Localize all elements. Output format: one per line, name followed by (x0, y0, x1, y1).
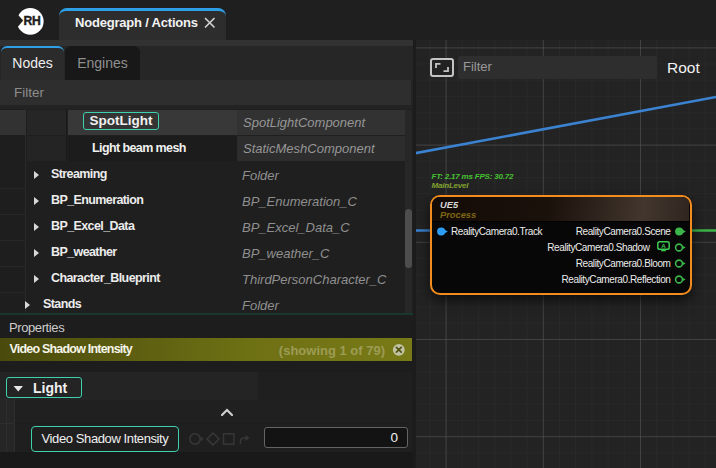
svg-text:RH: RH (23, 14, 40, 28)
svg-text:A: A (661, 242, 666, 249)
